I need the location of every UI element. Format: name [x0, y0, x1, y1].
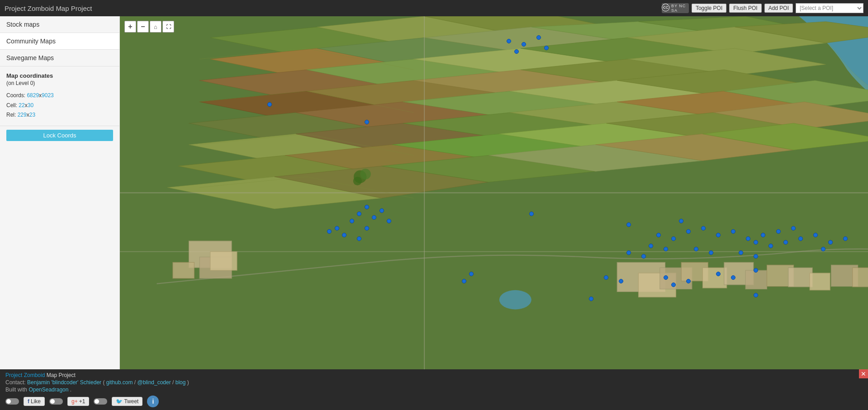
svg-rect-49 — [173, 262, 194, 278]
rel-label: Rel: — [6, 112, 16, 118]
fullscreen-button[interactable]: ⛶ — [162, 21, 174, 33]
coords-y-link[interactable]: 9023 — [42, 92, 54, 99]
cell-x-link[interactable]: 22 — [19, 102, 24, 108]
svg-point-65 — [353, 177, 362, 185]
close-button[interactable]: ✕ — [859, 369, 868, 378]
app-title: Project Zomboid Map Project — [5, 5, 92, 12]
fb-icon: f — [28, 398, 29, 405]
social-bar: f Like g+ +1 🐦 Tweet i — [5, 396, 863, 407]
sidebar-item-stock-maps[interactable]: Stock maps — [0, 16, 119, 33]
bottombar-built: Built with OpenSeadragon . — [5, 386, 863, 393]
coords-label: Coords: — [6, 92, 25, 99]
coords-details: Coords: 6829x9023 Cell: 22x30 Rel: 229x2… — [6, 91, 113, 120]
topbar-right: 🅭 BY NC SA Toggle POI Flush POI Add POI … — [662, 3, 863, 13]
sidebar-item-savegame-maps[interactable]: Savegame Maps — [0, 50, 119, 66]
rel-x-link[interactable]: 229 — [18, 112, 27, 118]
blind-coder-link[interactable]: @blind_coder — [137, 379, 171, 386]
lock-coords-button[interactable]: Lock Coords — [6, 130, 113, 141]
map-controls: + − ⌂ ⛶ — [124, 21, 174, 33]
svg-rect-61 — [853, 268, 868, 287]
topbar: Project Zomboid Map Project 🅭 BY NC SA T… — [0, 0, 868, 16]
openseadragon-link[interactable]: OpenSeadragon — [28, 386, 68, 393]
plus-widget[interactable]: g+ +1 — [67, 397, 89, 406]
map-area[interactable]: + − ⌂ ⛶ — [120, 16, 868, 369]
rel-row: Rel: 229x23 — [6, 110, 113, 120]
toggle-poi-button[interactable]: Toggle POI — [692, 4, 726, 13]
gplus-icon: g+ — [71, 398, 78, 405]
svg-rect-56 — [745, 270, 767, 289]
bottombar: Project Zomboid Project Zomboid Map Proj… — [0, 369, 868, 410]
poi-select[interactable]: [Select a POI] — [796, 3, 863, 13]
map-background — [120, 16, 868, 369]
cell-label: Cell: — [6, 102, 17, 108]
info-button[interactable]: i — [147, 396, 159, 407]
svg-point-66 — [499, 290, 531, 310]
coords-row: Coords: 6829x9023 — [6, 91, 113, 101]
cell-row: Cell: 22x30 — [6, 101, 113, 111]
bottombar-contact: Contact: Benjamin 'blindcoder' Schieder … — [5, 379, 863, 386]
rel-y-link[interactable]: 23 — [29, 112, 35, 118]
coords-title: Map coordinates — [6, 72, 113, 80]
tweet-widget[interactable]: 🐦 Tweet — [112, 397, 142, 406]
bottombar-app-title: Project Zomboid Project Zomboid Map Proj… — [5, 372, 76, 378]
sidebar-item-community-maps[interactable]: Community Maps — [0, 33, 119, 50]
like-toggle[interactable] — [5, 398, 19, 405]
svg-rect-58 — [788, 268, 812, 287]
svg-point-64 — [360, 169, 371, 179]
svg-rect-59 — [810, 273, 830, 290]
zoom-out-button[interactable]: − — [137, 21, 149, 33]
sidebar: Stock maps Community Maps Savegame Maps … — [0, 16, 120, 369]
main-layout: Stock maps Community Maps Savegame Maps … — [0, 16, 868, 369]
zoom-in-button[interactable]: + — [124, 21, 136, 33]
contact-name-link[interactable]: Benjamin 'blindcoder' Schieder — [27, 379, 103, 386]
blog-link[interactable]: blog — [175, 379, 186, 386]
svg-rect-48 — [210, 252, 237, 270]
add-poi-button[interactable]: Add POI — [764, 4, 793, 13]
bottombar-pz-link[interactable]: Project Zomboid — [5, 372, 45, 378]
github-link[interactable]: github.com — [106, 379, 133, 386]
tweet-toggle[interactable] — [94, 398, 107, 405]
cell-y-link[interactable]: 30 — [28, 102, 33, 108]
twitter-icon: 🐦 — [116, 398, 123, 405]
coords-section: Map coordinates (on Level 0) Coords: 682… — [0, 66, 119, 126]
plus-toggle[interactable] — [49, 398, 63, 405]
svg-rect-54 — [703, 268, 727, 288]
like-widget[interactable]: f Like — [24, 397, 45, 406]
coords-x-link[interactable]: 6829 — [27, 92, 39, 99]
bottombar-title: Project Zomboid Project Zomboid Map Proj… — [5, 372, 863, 378]
home-button[interactable]: ⌂ — [150, 21, 161, 33]
flush-poi-button[interactable]: Flush POI — [729, 4, 761, 13]
cc-badge: 🅭 BY NC SA — [662, 3, 689, 13]
coords-subtitle: (on Level 0) — [6, 80, 113, 86]
